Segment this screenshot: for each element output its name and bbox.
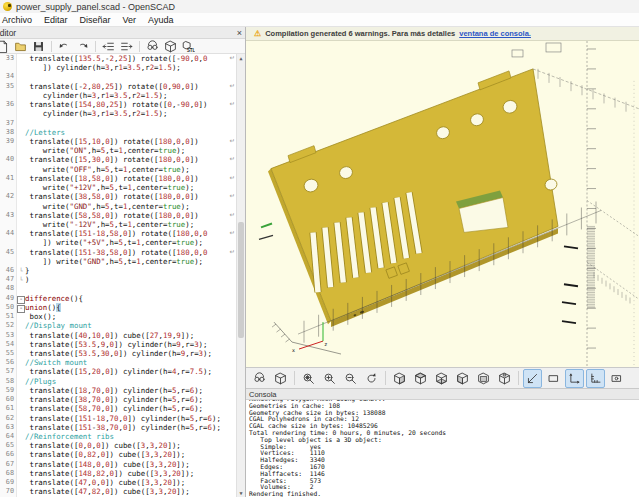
reset-view-icon[interactable] (362, 369, 381, 388)
code-line: 41 translate([18,58,0]) rotate([180,0,0]… (0, 174, 245, 183)
line-number: 63 (0, 423, 17, 432)
line-number: 52 (0, 321, 17, 330)
title-bar[interactable]: power_supply_panel.scad - OpenSCAD (0, 0, 639, 13)
diagonal-view-icon[interactable] (523, 369, 542, 388)
viewport-toolbar (246, 367, 639, 388)
code-line: 33 translate([135.5,-2,25]) rotate([-90,… (0, 54, 245, 63)
open-file-icon[interactable] (13, 40, 28, 53)
export-stl-icon[interactable]: STL (181, 40, 196, 53)
preview-icon[interactable] (145, 40, 160, 53)
editor-scrollbar[interactable]: ▲ ▼ (236, 54, 245, 497)
show-axes-icon[interactable] (565, 369, 584, 388)
editor-panel-header[interactable]: Editor × (0, 27, 245, 39)
code-line: 36 translate([154,80,25]) rotate([0,-90,… (0, 100, 245, 109)
editor-toolbar: STL (0, 39, 245, 54)
code-line: 54 translate([53.5,9,0]) cylinder(h=9,r=… (0, 340, 245, 349)
toolbar-separator (51, 41, 52, 52)
line-number (0, 238, 17, 247)
code-editor[interactable]: 33 translate([135.5,-2,25]) rotate([-90,… (0, 54, 245, 497)
code-line: 44 translate([151-18,58,0]) rotate([180,… (0, 229, 245, 238)
code-line: 35 translate([-2,80,25]) rotate([0,90,0]… (0, 82, 245, 91)
menu-item-ver[interactable]: Ver (117, 15, 143, 25)
code-text: ]) cylinder(h=3,r1=3.5,r2=1.5); (25, 63, 245, 72)
line-number: 53 (0, 331, 17, 340)
fold-column (17, 238, 25, 247)
openscad-window: power_supply_panel.scad - OpenSCAD Archi… (0, 0, 639, 497)
menu-item-editar[interactable]: Editar (38, 15, 74, 25)
new-file-icon[interactable] (0, 40, 10, 53)
fold-column (17, 174, 25, 183)
line-number: 41 (0, 174, 17, 183)
undo-icon[interactable] (57, 40, 72, 53)
code-text: } (25, 266, 245, 275)
code-text: translate([53.5,30,0]) cylinder(h=9,r=3)… (25, 349, 245, 358)
fold-marker-icon[interactable]: - (17, 294, 25, 303)
toolbar-separator (294, 371, 295, 385)
fold-column (17, 63, 25, 72)
wrap-marker-icon: ↵ (230, 137, 235, 146)
code-line: cylinder(h=3,r1=3.5,r2=1.5); (0, 109, 245, 118)
scene-svg[interactable]: xz (246, 41, 639, 367)
zoom-in-icon[interactable] (320, 369, 339, 388)
render-icon[interactable] (271, 369, 290, 388)
scroll-down-icon[interactable]: ▼ (237, 490, 245, 496)
view-top-icon[interactable] (411, 369, 430, 388)
menu-item-archivo[interactable]: Archivo (0, 15, 38, 25)
code-line: 62 translate([151-18,70,0]) cylinder(h=5… (0, 414, 245, 423)
editor-panel: Editor × STL 33 translate([135.5,-2,25])… (0, 27, 246, 497)
svg-text:STL: STL (187, 47, 195, 52)
code-line: 37 (0, 119, 245, 128)
scrollbar-thumb[interactable] (238, 222, 244, 337)
close-icon[interactable]: × (237, 29, 242, 37)
code-text: translate([0,0,0]) cube([3,3,20]); (25, 441, 245, 450)
viewport-canvas[interactable]: xz (246, 41, 639, 367)
line-number (0, 165, 17, 174)
preview-icon[interactable] (250, 369, 269, 388)
fold-column (17, 478, 25, 487)
redo-icon[interactable] (75, 40, 90, 53)
line-number: 39 (0, 137, 17, 146)
unindent-icon[interactable] (101, 40, 116, 53)
code-line: 70 translate([47,82,0]) cube([3,3,20]); (0, 487, 245, 496)
console-header[interactable]: Consola (246, 389, 639, 400)
console-output[interactable]: Rendering Polygon Mesh using CGAL...Geom… (246, 400, 639, 497)
view-gimbal-icon[interactable] (607, 369, 626, 388)
wrap-marker-icon: ↵ (230, 100, 235, 109)
line-number: 34 (0, 72, 17, 81)
view-right-icon[interactable] (390, 369, 409, 388)
line-number (0, 183, 17, 192)
axis-label-z: z (325, 341, 328, 347)
view-left-icon[interactable] (453, 369, 472, 388)
console-title: Consola (249, 390, 277, 399)
zoom-out-icon[interactable] (341, 369, 360, 388)
model-3d[interactable] (268, 69, 558, 327)
view-back-icon[interactable] (495, 369, 514, 388)
menu-item-ayuda[interactable]: Ayuda (142, 15, 179, 25)
line-number: 67 (0, 460, 17, 469)
code-text: translate([15,20,0]) cylinder(h=4,r=7.5)… (25, 367, 245, 376)
view-front-icon[interactable] (474, 369, 493, 388)
center-view-icon[interactable] (544, 369, 563, 388)
fold-marker-icon[interactable]: - (17, 303, 25, 312)
code-text: translate([47,82,0]) cube([3,3,20]); (25, 487, 245, 496)
save-file-icon[interactable] (31, 40, 46, 53)
code-text: translate([58,58,0]) rotate([180,0,0]) (25, 211, 245, 220)
menu-item-disear[interactable]: Diseñar (74, 15, 117, 25)
scroll-up-icon[interactable]: ▲ (237, 55, 245, 61)
show-scale-markers-icon[interactable] (586, 369, 605, 388)
fold-column (17, 183, 25, 192)
code-text: write("GND",h=5,t=1,center=true); (25, 202, 245, 211)
code-line: 64//Reinforcement ribs (0, 432, 245, 441)
console-window-link[interactable]: ventana de consola. (459, 29, 531, 38)
code-line: 59 translate([18,70,0]) cylinder(h=5,r=6… (0, 386, 245, 395)
render-icon[interactable] (163, 40, 178, 53)
indent-icon[interactable] (119, 40, 134, 53)
fold-column (17, 367, 25, 376)
view-all-icon[interactable] (299, 369, 318, 388)
code-line: ]) write("+5V",h=5,t=1,center=true); (0, 238, 245, 247)
warning-text: Compilation generated 6 warnings. Para m… (265, 29, 455, 38)
line-number (0, 63, 17, 72)
fold-column (17, 229, 25, 238)
line-number (0, 146, 17, 155)
view-bottom-icon[interactable] (432, 369, 451, 388)
